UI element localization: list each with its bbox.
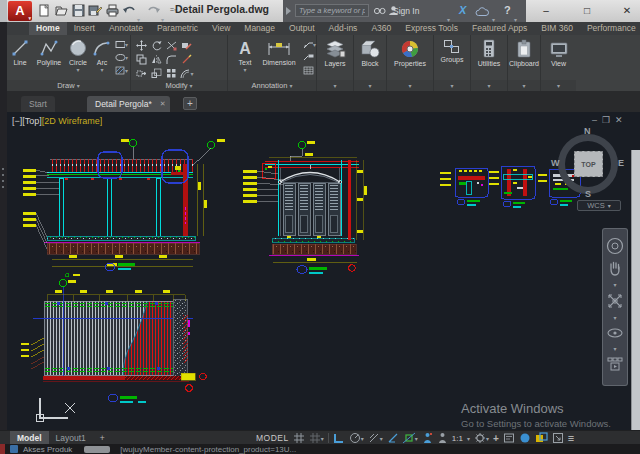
trim-button[interactable] <box>164 38 179 52</box>
drawing-restore-icon[interactable]: ❐ <box>602 115 615 125</box>
ribbon-tab-home[interactable]: Home <box>29 22 67 35</box>
annotation-visibility-toggle[interactable] <box>422 432 433 444</box>
arc-caret-icon[interactable]: ▾ <box>100 66 103 73</box>
ribbon-tab-performance[interactable]: Performance <box>580 22 640 35</box>
rectangle-button[interactable]: ▾ <box>115 39 128 50</box>
help-icon[interactable]: ? <box>504 4 511 16</box>
ribbon-tab-express-tools[interactable]: Express Tools <box>398 22 465 35</box>
properties-button[interactable]: Properties <box>387 37 433 67</box>
isolate-objects-toggle[interactable] <box>519 432 531 444</box>
ribbon-tab-annotate[interactable]: Annotate <box>102 22 150 35</box>
search-icon[interactable] <box>373 5 386 16</box>
mirror-button[interactable] <box>149 52 164 66</box>
drawing-minimize-icon[interactable]: – <box>592 115 602 125</box>
wcs-dropdown[interactable]: WCS▾ <box>577 200 621 211</box>
stretch-button[interactable] <box>134 66 149 80</box>
line-button[interactable]: Line <box>7 37 33 66</box>
viewport-controls[interactable]: [−][Top][2D Wireframe] <box>12 116 102 126</box>
new-layout-button[interactable]: + <box>93 431 112 445</box>
layers-button[interactable]: Layers <box>317 37 353 67</box>
arc-button[interactable]: Arc ▾ <box>91 37 113 73</box>
ribbon-tab-bim360[interactable]: BIM 360 <box>534 22 580 35</box>
new-button[interactable] <box>37 3 52 18</box>
text-caret-icon[interactable]: ▾ <box>243 66 246 73</box>
ribbon-tab-manage[interactable]: Manage <box>237 22 282 35</box>
new-drawing-tab-button[interactable]: + <box>183 97 197 110</box>
viewport-controls-label[interactable]: [−][Top] <box>12 116 42 126</box>
view-side-elevation[interactable] <box>23 139 225 277</box>
quick-properties-toggle[interactable] <box>503 432 515 444</box>
viewcube-north-label[interactable]: N <box>584 126 591 136</box>
workspace-switching-gear-icon[interactable]: ▾ <box>474 432 489 444</box>
utilities-button[interactable]: Utilities <box>471 37 507 67</box>
customization-menu-icon[interactable]: ≡ <box>568 432 574 444</box>
pan-icon[interactable] <box>608 260 622 276</box>
ribbon-tab-parametric[interactable]: Parametric <box>150 22 205 35</box>
array-button[interactable] <box>164 66 179 80</box>
annotation-monitor-toggle[interactable]: + <box>493 433 499 444</box>
ortho-mode-toggle[interactable] <box>333 432 345 444</box>
panel-title-block[interactable]: ▾ <box>354 80 386 91</box>
navigation-wheel-icon[interactable] <box>606 237 624 255</box>
view-plan[interactable] <box>21 280 206 403</box>
undo-button[interactable] <box>122 3 137 18</box>
close-button[interactable]: ✕ <box>618 3 636 19</box>
ribbon-tab-a360[interactable]: A360 <box>364 22 398 35</box>
orbit-icon[interactable] <box>607 326 623 340</box>
file-tab-start[interactable]: Start <box>21 96 55 112</box>
ribbon-tab-view[interactable]: View <box>205 22 237 35</box>
panel-title-utilities[interactable]: ▾ <box>471 80 507 91</box>
annotation-scale-caret[interactable]: ▾ <box>467 435 470 442</box>
model-space-toggle[interactable]: MODEL <box>256 433 289 443</box>
erase-button[interactable] <box>179 38 194 52</box>
model-tab[interactable]: Model <box>10 431 49 445</box>
viewcube[interactable]: N W E S TOP <box>551 127 625 201</box>
clean-screen-toggle[interactable] <box>552 432 564 444</box>
viewcube-south-label[interactable]: S <box>585 189 591 199</box>
infocenter-expand-icon[interactable] <box>286 7 291 15</box>
offset-button[interactable]: ▾ <box>179 66 194 80</box>
panel-title-draw[interactable]: Draw ▾ <box>7 80 130 91</box>
visual-style-control[interactable]: [2D Wireframe] <box>42 116 103 126</box>
ribbon-tab-insert[interactable]: Insert <box>67 22 102 35</box>
maximize-button[interactable]: □ <box>578 3 596 19</box>
panel-title-groups[interactable]: ▾ <box>434 80 470 91</box>
drawing-close-icon[interactable]: ✕ <box>615 115 628 125</box>
ribbon-tab-output[interactable]: Output <box>282 22 322 35</box>
view-button[interactable]: View <box>541 37 576 67</box>
snap-mode-toggle[interactable]: ▾ <box>309 432 324 444</box>
multileader-button[interactable] <box>303 52 316 63</box>
circle-caret-icon[interactable]: ▾ <box>76 66 79 73</box>
ribbon-tab-addins[interactable]: Add-ins <box>322 22 365 35</box>
graphics-performance-toggle[interactable] <box>535 432 548 444</box>
leader-button[interactable]: ▾ <box>303 39 316 50</box>
background-left-link[interactable]: Akses Produk <box>23 445 72 454</box>
rotate-button[interactable] <box>149 38 164 52</box>
hatch-button[interactable]: ▾ <box>115 65 128 76</box>
autodesk-exchange-icon[interactable]: X <box>459 4 466 16</box>
isometric-drafting-toggle[interactable]: ▾ <box>368 432 383 444</box>
text-button[interactable]: A Text ▾ <box>232 37 258 73</box>
plot-button[interactable] <box>105 3 120 18</box>
panel-title-annotation[interactable]: Annotation ▾ <box>228 80 316 91</box>
open-button[interactable] <box>54 3 69 18</box>
circle-button[interactable]: Circle ▾ <box>65 37 91 73</box>
layout1-tab[interactable]: Layout1 <box>49 431 93 445</box>
minimize-button[interactable]: – <box>537 3 555 19</box>
zoom-caret-icon[interactable]: ▾ <box>613 314 616 321</box>
grid-display-toggle[interactable] <box>293 432 305 444</box>
fillet-button[interactable] <box>164 52 179 66</box>
block-button[interactable]: Block <box>354 37 386 67</box>
file-tab-close-icon[interactable]: ✕ <box>160 96 166 112</box>
sign-in-button[interactable]: Sign In <box>393 6 419 16</box>
viewcube-east-label[interactable]: E <box>618 158 624 168</box>
ellipse-button[interactable]: ▾ <box>115 52 128 63</box>
background-scrollbar[interactable] <box>631 150 640 448</box>
orbit-caret-icon[interactable]: ▾ <box>613 345 616 352</box>
cloud-icon[interactable] <box>475 6 490 17</box>
annotation-autoscale-toggle[interactable] <box>437 432 448 444</box>
copy-button[interactable] <box>134 52 149 66</box>
clipboard-button[interactable]: Clipboard <box>508 37 540 67</box>
polar-tracking-toggle[interactable]: ▾ <box>349 432 364 444</box>
save-as-button[interactable] <box>88 3 103 18</box>
